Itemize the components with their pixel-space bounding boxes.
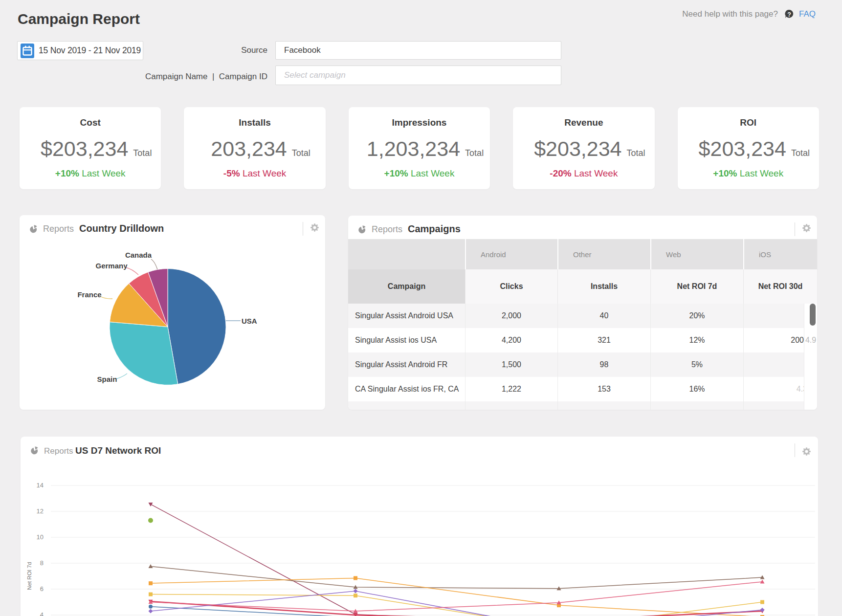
svg-text:France: France xyxy=(77,290,101,299)
svg-text:6: 6 xyxy=(40,585,44,593)
svg-text:4: 4 xyxy=(40,611,44,616)
svg-text:10: 10 xyxy=(37,533,44,541)
svg-text:Germany: Germany xyxy=(95,262,128,270)
svg-text:USA: USA xyxy=(242,317,257,325)
svg-text:12: 12 xyxy=(37,507,44,515)
svg-text:?: ? xyxy=(787,11,791,18)
svg-text:8: 8 xyxy=(40,559,44,567)
svg-text:14: 14 xyxy=(37,482,44,489)
svg-text:Canada: Canada xyxy=(125,251,152,259)
svg-text:Spain: Spain xyxy=(97,375,117,383)
